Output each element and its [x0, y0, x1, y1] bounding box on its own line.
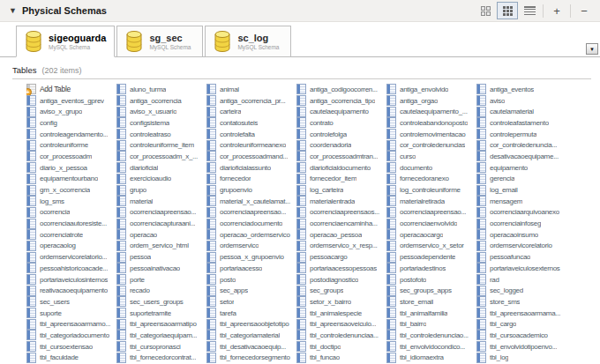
- table-item[interactable]: antiga_envolvido: [386, 84, 476, 95]
- table-item[interactable]: reativacaoequipamento: [26, 285, 116, 296]
- table-item[interactable]: log_controleuniforme: [386, 184, 476, 196]
- table-item[interactable]: antiga_ocorrencia: [116, 95, 206, 107]
- table-item[interactable]: ocorrenciaapreensaos...: [296, 207, 386, 219]
- table-item[interactable]: contatosuteis: [206, 117, 296, 129]
- table-item[interactable]: ordemservico_x_resp...: [296, 241, 386, 252]
- table-item[interactable]: ordem_servico_html: [116, 241, 206, 252]
- table-item[interactable]: tbl_envolvidotipoenvo...: [476, 341, 566, 353]
- table-item[interactable]: cor_controledenuncias: [386, 139, 476, 151]
- table-item[interactable]: tbl_log: [476, 353, 566, 364]
- add-table-button[interactable]: Add Table: [26, 84, 116, 95]
- table-item[interactable]: diario_x_pessoa: [26, 162, 116, 174]
- table-item[interactable]: recado: [116, 285, 206, 296]
- table-item[interactable]: ocorrenciaapreensao...: [206, 207, 296, 219]
- table-item[interactable]: store_sms: [476, 296, 566, 308]
- table-item[interactable]: diarioficialdocumento: [296, 162, 386, 174]
- table-item[interactable]: tbl_idiomaextra: [386, 353, 476, 364]
- tab-overflow-dropdown-button[interactable]: ▼: [586, 43, 598, 55]
- table-item[interactable]: sec_users_groups: [116, 296, 206, 308]
- table-item[interactable]: pessoafuncao: [476, 251, 566, 263]
- table-item[interactable]: operacaolog: [26, 241, 116, 252]
- table-item[interactable]: log_email: [476, 184, 566, 196]
- table-item[interactable]: portariaacessopessoas: [296, 263, 386, 274]
- table-item[interactable]: cautelaequipamento: [296, 106, 386, 117]
- table-item[interactable]: contrato: [296, 117, 386, 129]
- table-item[interactable]: setor: [206, 296, 296, 308]
- table-item[interactable]: operacao_ordemservico: [206, 229, 296, 241]
- table-item[interactable]: suporte: [26, 308, 116, 319]
- remove-button[interactable]: −: [574, 2, 595, 19]
- table-item[interactable]: cor_processoadm: [26, 151, 116, 162]
- table-item[interactable]: log_carteira: [296, 184, 386, 196]
- table-item[interactable]: tbl_apreensaoveiculo...: [296, 318, 386, 330]
- table-item[interactable]: animal: [206, 84, 296, 95]
- table-item[interactable]: ocorrenciainfoseg: [476, 218, 566, 229]
- table-item[interactable]: tbl_categoriamaterial: [206, 330, 296, 341]
- table-item[interactable]: tbl_animalespecie: [296, 308, 386, 319]
- table-item[interactable]: controlefalta: [206, 129, 296, 140]
- table-item[interactable]: curso: [386, 151, 476, 162]
- table-item[interactable]: tbl_apreensaoarmatipo: [116, 318, 206, 330]
- table-item[interactable]: aluno_turma: [116, 84, 206, 95]
- table-item[interactable]: operacao_pessoa: [296, 229, 386, 241]
- table-item[interactable]: antiga_eventos: [476, 84, 566, 95]
- table-item[interactable]: antiga_orgao: [386, 95, 476, 107]
- collapse-section-icon[interactable]: ▼: [9, 6, 17, 15]
- table-item[interactable]: operacaoinsumo: [476, 229, 566, 241]
- table-item[interactable]: tbl_cursoextensao: [26, 341, 116, 353]
- table-item[interactable]: tbl_doctipo: [296, 341, 386, 353]
- table-item[interactable]: ocorrenciacapturaani...: [116, 218, 206, 229]
- table-item[interactable]: tbl_controledenunciao...: [386, 330, 476, 341]
- table-item[interactable]: pessoa_x_grupoenvio: [206, 251, 296, 263]
- table-item[interactable]: tarefa: [206, 308, 296, 319]
- table-item[interactable]: tbl_cargo: [476, 318, 566, 330]
- table-item[interactable]: grupoenvio: [206, 184, 296, 196]
- table-item[interactable]: grupo: [116, 184, 206, 196]
- table-item[interactable]: portariaacesso: [206, 263, 296, 274]
- table-item[interactable]: tbl_faculdade: [26, 353, 116, 364]
- table-item[interactable]: aviso_x_grupo: [26, 106, 116, 117]
- table-item[interactable]: controleatraso: [116, 129, 206, 140]
- table-item[interactable]: tbl_envolvidocondico...: [386, 341, 476, 353]
- table-item[interactable]: fornecedoranexo: [386, 174, 476, 185]
- table-item[interactable]: config: [26, 117, 116, 129]
- table-item[interactable]: aviso: [476, 95, 566, 107]
- table-item[interactable]: antiga_codigoocorren...: [296, 84, 386, 95]
- table-item[interactable]: sec_users: [26, 296, 116, 308]
- small-icons-view-button[interactable]: [497, 2, 518, 19]
- table-item[interactable]: portariaveiculosexternos: [476, 263, 566, 274]
- table-item[interactable]: pessoa: [116, 251, 206, 263]
- table-item[interactable]: antiga_ocorrencia_pr...: [206, 95, 296, 107]
- table-item[interactable]: operacaocargo: [386, 229, 476, 241]
- table-item[interactable]: pessoainativacao: [116, 263, 206, 274]
- table-item[interactable]: cor_controledenuncia...: [476, 139, 566, 151]
- table-item[interactable]: controleuniforme_item: [116, 139, 206, 151]
- table-item[interactable]: cautelaequipamento_...: [386, 106, 476, 117]
- table-item[interactable]: ocorrenciaarquivoanexo: [476, 207, 566, 219]
- table-item[interactable]: porte: [116, 274, 206, 286]
- table-item[interactable]: portariadestinos: [386, 263, 476, 274]
- table-item[interactable]: operacao: [116, 229, 206, 241]
- table-item[interactable]: carteira: [206, 106, 296, 117]
- table-item[interactable]: postodiagnostico: [296, 274, 386, 286]
- table-item[interactable]: materialentrada: [296, 196, 386, 207]
- table-item[interactable]: sec_apps: [206, 285, 296, 296]
- table-item[interactable]: pessoacargo: [296, 251, 386, 263]
- table-item[interactable]: equipamentourbano: [26, 174, 116, 185]
- table-item[interactable]: portariaveiculosinternos: [26, 274, 116, 286]
- table-item[interactable]: cor_processoadmand...: [206, 151, 296, 162]
- table-item[interactable]: controlemovimentacao: [386, 129, 476, 140]
- table-item[interactable]: log_sms: [26, 196, 116, 207]
- table-item[interactable]: cor_processoadmtran...: [296, 151, 386, 162]
- table-item[interactable]: tbl_controledenunciaa...: [296, 330, 386, 341]
- table-item[interactable]: suportetramite: [116, 308, 206, 319]
- table-item[interactable]: diarioficialassunto: [206, 162, 296, 174]
- table-item[interactable]: mensagem: [476, 196, 566, 207]
- table-item[interactable]: ordemservicorelatorio: [476, 241, 566, 252]
- table-item[interactable]: desativacaoequipame...: [476, 151, 566, 162]
- tab-sigeoguarda[interactable]: sigeoguarda MySQL Schema: [16, 26, 115, 57]
- table-item[interactable]: exercicioaudio: [116, 174, 206, 185]
- table-item[interactable]: sec_groups_apps: [386, 285, 476, 296]
- table-item[interactable]: ordemservicorelatorio...: [26, 251, 116, 263]
- table-item[interactable]: controleabandonoposto: [386, 117, 476, 129]
